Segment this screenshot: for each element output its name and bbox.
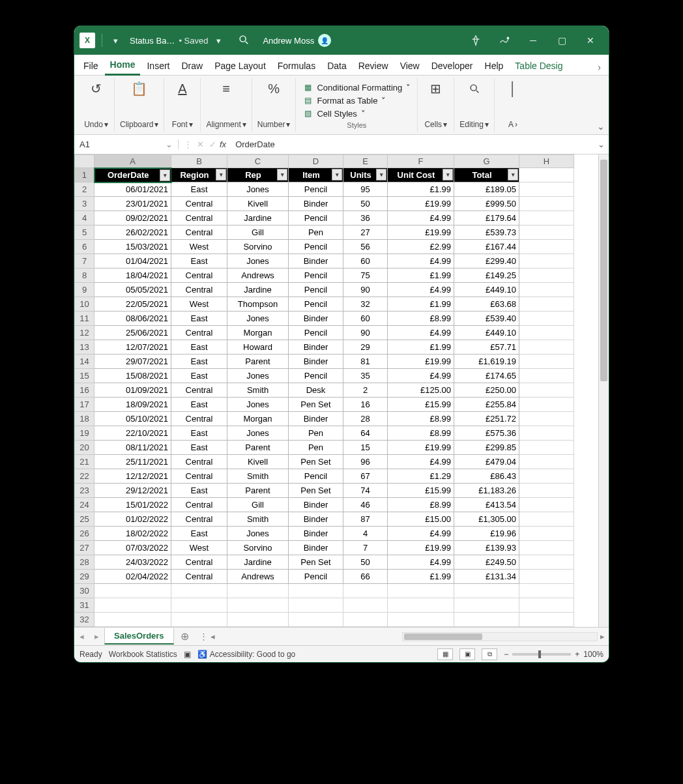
cell[interactable]: Pen xyxy=(289,225,343,240)
filter-button[interactable]: ▾ xyxy=(508,169,518,181)
cell[interactable]: £249.50 xyxy=(454,555,519,570)
cell[interactable] xyxy=(454,584,519,598)
cell[interactable]: East xyxy=(171,355,227,369)
cell[interactable]: West xyxy=(171,297,227,312)
cell[interactable] xyxy=(227,598,289,613)
row-header-6[interactable]: 6 xyxy=(75,240,94,254)
cell[interactable]: £539.73 xyxy=(454,225,519,240)
cell[interactable]: 25/06/2021 xyxy=(94,326,171,340)
cell[interactable]: 95 xyxy=(343,182,388,197)
ribbon-tab-review[interactable]: Review xyxy=(353,57,394,75)
cell[interactable]: Desk xyxy=(289,383,343,398)
cell[interactable]: Binder xyxy=(289,197,343,211)
cell[interactable]: East xyxy=(171,484,227,498)
normal-view-button[interactable]: ▦ xyxy=(437,648,453,660)
cell[interactable]: Binder xyxy=(289,512,343,527)
font-group[interactable]: A Font ▾ xyxy=(164,78,201,132)
cell[interactable]: 15 xyxy=(343,441,388,455)
save-status[interactable]: • Saved xyxy=(179,36,208,46)
cell[interactable]: East xyxy=(171,398,227,412)
row-header-11[interactable]: 11 xyxy=(75,312,94,326)
cell[interactable]: 05/05/2021 xyxy=(94,283,171,297)
cell[interactable]: 08/06/2021 xyxy=(94,312,171,326)
cell[interactable]: Jones xyxy=(227,369,289,383)
cell[interactable]: Central xyxy=(171,555,227,570)
column-header-C[interactable]: C xyxy=(227,155,289,168)
cell[interactable]: Jones xyxy=(227,527,289,541)
cell[interactable]: Sorvino xyxy=(227,541,289,555)
cell[interactable]: Sorvino xyxy=(227,240,289,254)
cell[interactable] xyxy=(454,613,519,627)
cell-styles-button[interactable]: ▧Cell Styles ˅ xyxy=(302,107,365,120)
cell[interactable]: Binder xyxy=(289,412,343,426)
row-header-18[interactable]: 18 xyxy=(75,412,94,426)
cell[interactable]: £4.99 xyxy=(388,283,454,297)
cell[interactable]: Binder xyxy=(289,355,343,369)
formula-more-icon[interactable]: ⋮ xyxy=(182,139,193,149)
cell[interactable]: £167.44 xyxy=(454,240,519,254)
cell[interactable]: Pen Set xyxy=(289,398,343,412)
accessibility-status[interactable]: ♿Accessibility: Good to go xyxy=(197,650,295,659)
addins-group[interactable]: │ A › xyxy=(495,78,531,132)
page-break-view-button[interactable]: ⧉ xyxy=(482,648,497,660)
cell[interactable] xyxy=(519,398,574,412)
cell[interactable] xyxy=(519,269,574,283)
column-header-D[interactable]: D xyxy=(289,155,343,168)
table-header-units[interactable]: Units▾ xyxy=(343,168,388,182)
cell[interactable]: 36 xyxy=(343,211,388,225)
cell[interactable]: Pencil xyxy=(289,369,343,383)
cell[interactable] xyxy=(388,598,454,613)
cell[interactable] xyxy=(171,584,227,598)
page-layout-view-button[interactable]: ▣ xyxy=(459,648,475,660)
ribbon-tab-draw[interactable]: Draw xyxy=(176,57,208,75)
cell[interactable]: Binder xyxy=(289,340,343,355)
cells-group[interactable]: ⊞ Cells ▾ xyxy=(418,78,454,132)
cell[interactable]: £19.99 xyxy=(388,441,454,455)
spreadsheet-grid[interactable]: ABCDEFGH1OrderDate▾Region▾Rep▾Item▾Units… xyxy=(74,154,598,627)
hscroll-left[interactable]: ◂ xyxy=(211,632,215,641)
sheet-nav-next[interactable]: ▸ xyxy=(89,632,104,641)
cell[interactable]: Central xyxy=(171,383,227,398)
cell[interactable]: 81 xyxy=(343,355,388,369)
cell[interactable]: Thompson xyxy=(227,297,289,312)
table-header-rep[interactable]: Rep▾ xyxy=(227,168,289,182)
cell[interactable]: East xyxy=(171,426,227,441)
cell[interactable]: Smith xyxy=(227,469,289,484)
cell[interactable]: Central xyxy=(171,197,227,211)
row-header-22[interactable]: 22 xyxy=(75,469,94,484)
zoom-out-button[interactable]: − xyxy=(504,650,508,659)
hscroll-right[interactable]: ▸ xyxy=(600,632,605,641)
cell[interactable]: Central xyxy=(171,570,227,584)
cell[interactable]: Central xyxy=(171,283,227,297)
horizontal-scrollbar[interactable] xyxy=(402,632,598,641)
column-header-H[interactable]: H xyxy=(519,155,574,168)
column-header-A[interactable]: A xyxy=(94,155,171,168)
cell[interactable]: £2.99 xyxy=(388,240,454,254)
cell[interactable] xyxy=(343,584,388,598)
cell[interactable]: Central xyxy=(171,455,227,469)
cell[interactable]: Pencil xyxy=(289,326,343,340)
cell[interactable]: Central xyxy=(171,412,227,426)
premium-icon[interactable] xyxy=(463,26,489,55)
cell[interactable]: East xyxy=(171,312,227,326)
cell[interactable]: £174.65 xyxy=(454,369,519,383)
cell[interactable]: Parent xyxy=(227,355,289,369)
cell[interactable]: Jones xyxy=(227,398,289,412)
row-header-27[interactable]: 27 xyxy=(75,541,94,555)
cell[interactable]: West xyxy=(171,240,227,254)
cell[interactable]: 01/04/2021 xyxy=(94,254,171,269)
cell[interactable]: £1.99 xyxy=(388,340,454,355)
filter-button[interactable]: ▾ xyxy=(160,169,170,181)
formula-input[interactable]: OrderDate xyxy=(230,139,593,149)
cell[interactable] xyxy=(519,383,574,398)
cell[interactable]: 01/09/2021 xyxy=(94,383,171,398)
cell[interactable]: £251.72 xyxy=(454,412,519,426)
cell[interactable] xyxy=(388,584,454,598)
table-header-total[interactable]: Total▾ xyxy=(454,168,519,182)
cell[interactable]: 32 xyxy=(343,297,388,312)
cell[interactable] xyxy=(519,211,574,225)
cell[interactable]: £1.99 xyxy=(388,182,454,197)
cell[interactable]: Parent xyxy=(227,441,289,455)
column-header-F[interactable]: F xyxy=(388,155,454,168)
alignment-group[interactable]: ≡ Alignment ▾ xyxy=(201,78,252,132)
